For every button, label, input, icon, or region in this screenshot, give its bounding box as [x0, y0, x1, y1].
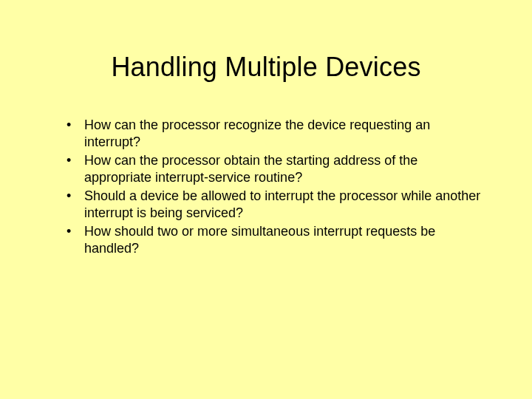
slide-title: Handling Multiple Devices — [44, 52, 488, 83]
list-item: How can the processor obtain the startin… — [66, 152, 488, 185]
list-item: Should a device be allowed to interrupt … — [66, 188, 488, 221]
slide: Handling Multiple Devices How can the pr… — [0, 0, 532, 399]
bullet-list: How can the processor recognize the devi… — [44, 117, 488, 256]
list-item: How should two or more simultaneous inte… — [66, 223, 488, 256]
list-item: How can the processor recognize the devi… — [66, 117, 488, 150]
